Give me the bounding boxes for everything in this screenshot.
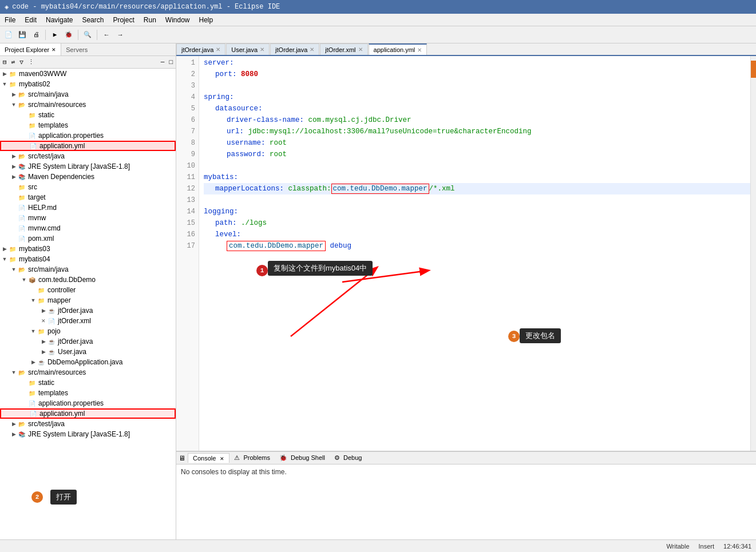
toggle-mybatis02[interactable]: ▼ [1, 81, 8, 87]
tree-item-user-java[interactable]: ▶ ☕ User.java [0, 347, 176, 357]
tree-item-src-test-04[interactable]: ▶ 📂 src/test/java [0, 419, 176, 429]
toggle-jre04[interactable]: ▶ [10, 431, 17, 437]
tree-item-maven-dep-02[interactable]: ▶ 📚 Maven Dependencies [0, 172, 176, 182]
minimize-button[interactable]: ─ [159, 58, 167, 66]
toggle-mybatis03[interactable]: ▶ [1, 246, 8, 252]
toggle-comtedu[interactable]: ▼ [21, 277, 27, 283]
src02-label: src [28, 183, 37, 191]
toggle-smj02[interactable]: ▶ [10, 92, 17, 97]
tree-item-mapper-04[interactable]: ▼ 📁 mapper [0, 295, 176, 305]
menu-run[interactable]: Run [139, 15, 161, 25]
badge-3: 3 [508, 331, 520, 342]
tree-item-templates-02[interactable]: 📁 templates [0, 120, 176, 130]
tab-close-jtorder1[interactable]: ✕ [216, 46, 220, 53]
menu-window[interactable]: Window [161, 15, 195, 25]
tree-item-src-main-res-04[interactable]: ▼ 📂 src/main/resources [0, 367, 176, 378]
toggle-pojo04[interactable]: ▼ [30, 328, 37, 334]
link-editor-button[interactable]: ⇌ [10, 58, 17, 66]
tree-item-help-02[interactable]: 📄 HELP.md [0, 202, 176, 213]
tree-item-static-02[interactable]: 📁 static [0, 110, 176, 120]
tree-item-app-yml-02[interactable]: 📄 application.yml [0, 141, 176, 151]
toggle-maven03[interactable]: ▶ [1, 71, 8, 77]
tree-item-jtorder-xml-04[interactable]: ✕ 📄 jtOrder.xml [0, 316, 176, 326]
tab-close-jtorder2[interactable]: ✕ [310, 46, 314, 53]
tree-item-mybatis02[interactable]: ▼ 📁 mybatis02 [0, 79, 176, 89]
view-menu-button[interactable]: ⋮ [26, 58, 36, 66]
menu-navigate[interactable]: Navigate [41, 15, 77, 25]
toggle-smr04[interactable]: ▼ [10, 370, 17, 375]
tree-item-static-04[interactable]: 📁 static [0, 378, 176, 388]
tree-item-maven03[interactable]: ▶ 📁 maven03WWW [0, 69, 176, 79]
print-button[interactable]: 🖨 [30, 29, 42, 41]
tab-close-appyml[interactable]: ✕ [417, 47, 422, 53]
tree-item-jre-04[interactable]: ▶ 📚 JRE System Library [JavaSE-1.8] [0, 429, 176, 439]
tree-item-jre-02[interactable]: ▶ 📚 JRE System Library [JavaSE-1.8] [0, 161, 176, 172]
tree-item-templates-04[interactable]: 📁 templates [0, 388, 176, 398]
toggle-jre02[interactable]: ▶ [10, 164, 17, 169]
toggle-mybatis04[interactable]: ▼ [1, 256, 8, 262]
new-button[interactable]: 📄 [2, 29, 15, 41]
tree-item-src-test-02[interactable]: ▶ 📂 src/test/java [0, 151, 176, 161]
toggle-smj04[interactable]: ▼ [10, 267, 17, 272]
right-scrollbar[interactable] [750, 56, 756, 451]
tab-close-user[interactable]: ✕ [260, 46, 264, 53]
console-close[interactable]: ✕ [220, 456, 224, 462]
search-button[interactable]: 🔍 [81, 29, 94, 41]
forward-button[interactable]: → [114, 29, 126, 41]
tree-item-mybatis03[interactable]: ▶ 📁 mybatis03 [0, 244, 176, 254]
toggle-mvn02[interactable]: ▶ [10, 174, 17, 180]
tree-item-controller-04[interactable]: 📁 controller [0, 285, 176, 295]
menu-project[interactable]: Project [108, 15, 138, 25]
tree-item-src-main-java-04[interactable]: ▼ 📂 src/main/java [0, 264, 176, 275]
tab-close-jtorderxml[interactable]: ✕ [358, 46, 363, 53]
project-explorer-tab[interactable]: Project Explorer ✕ [0, 43, 61, 55]
mybatis04-icon: 📁 [8, 255, 17, 264]
tree-item-mvnwcmd-02[interactable]: 📄 mvnw.cmd [0, 223, 176, 233]
menu-edit[interactable]: Edit [20, 15, 41, 25]
filter-button[interactable]: ▽ [18, 58, 25, 66]
tree-item-app-yml-04[interactable]: 📄 application.yml [0, 408, 176, 419]
back-button[interactable]: ← [100, 29, 113, 41]
tab-user-java[interactable]: User.java ✕ [226, 43, 270, 55]
tab-application-yml[interactable]: application.yml ✕ [369, 43, 428, 55]
tab-label-jtorder2: jtOrder.java [275, 46, 307, 53]
code-content[interactable]: server: port: 8080 spring: datasource: d… [199, 56, 756, 451]
debug-button[interactable]: 🐞 [62, 29, 75, 41]
tab-console[interactable]: Console ✕ [188, 453, 229, 463]
menu-help[interactable]: Help [195, 15, 218, 25]
tree-item-mvnw-02[interactable]: 📄 mvnw [0, 213, 176, 223]
toggle-mapper04[interactable]: ▼ [30, 297, 37, 303]
run-button[interactable]: ▶ [49, 29, 61, 41]
maximize-button[interactable]: □ [167, 58, 175, 66]
tab-debug-shell[interactable]: 🐞 Debug Shell [275, 453, 330, 463]
menu-search[interactable]: Search [77, 15, 108, 25]
tab-problems[interactable]: ⚠ Problems [229, 453, 275, 463]
tree-item-dbdemo-app[interactable]: ▶ ☕ DbDemoApplication.java [0, 357, 176, 367]
badge-1: 1 [256, 265, 268, 276]
tab-debug[interactable]: ⚙ Debug [330, 453, 366, 463]
toggle-smr02[interactable]: ▼ [10, 102, 17, 108]
toggle-st02[interactable]: ▶ [10, 153, 17, 159]
tab-jtorder-java-1[interactable]: jtOrder.java ✕ [176, 43, 225, 55]
static02-label: static [38, 111, 54, 119]
toggle-st04[interactable]: ▶ [10, 421, 17, 427]
tree-item-jtorder-java-04[interactable]: ▶ ☕ jtOrder.java [0, 305, 176, 316]
tree-item-jtorder-java-pojo[interactable]: ▶ ☕ jtOrder.java [0, 336, 176, 347]
tree-item-pojo-04[interactable]: ▼ 📁 pojo [0, 326, 176, 336]
tree-item-src-02[interactable]: 📁 src [0, 182, 176, 192]
tab-jtorder-java-2[interactable]: jtOrder.java ✕ [270, 43, 319, 55]
tree-item-com-tedu[interactable]: ▼ 📦 com.tedu.DbDemo [0, 275, 176, 285]
collapse-all-button[interactable]: ⊟ [1, 58, 9, 66]
explorer-close[interactable]: ✕ [52, 47, 56, 53]
tree-item-pom-02[interactable]: 📄 pom.xml [0, 233, 176, 244]
tab-jtorder-xml[interactable]: jtOrder.xml ✕ [320, 43, 367, 55]
tree-item-mybatis04[interactable]: ▼ 📁 mybatis04 [0, 254, 176, 264]
menu-file[interactable]: File [0, 15, 20, 25]
tree-item-src-main-java-02[interactable]: ▶ 📂 src/main/java [0, 89, 176, 100]
tree-item-app-prop-04[interactable]: 📄 application.properties [0, 398, 176, 408]
servers-tab[interactable]: Servers [61, 45, 92, 54]
tree-item-target-02[interactable]: 📁 target [0, 192, 176, 202]
tree-item-src-main-res-02[interactable]: ▼ 📂 src/main/resources [0, 100, 176, 110]
tree-item-app-prop-02[interactable]: 📄 application.properties [0, 130, 176, 141]
save-button[interactable]: 💾 [16, 29, 29, 41]
